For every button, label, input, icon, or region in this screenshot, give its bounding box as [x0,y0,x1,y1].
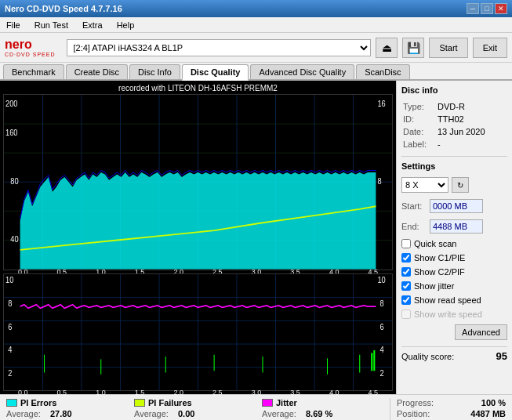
toolbar: nero CD·DVD SPEED [2:4] ATAPI iHAS324 A … [0,33,512,63]
chart-area: recorded with LITEON DH-16AFSH PREMM2 [0,81,396,394]
show-read-speed-checkbox[interactable] [401,295,411,305]
show-c1pie-row: Show C1/PIE [401,253,507,262]
show-c2pif-label[interactable]: Show C2/PIF [414,267,465,277]
id-label: ID: [403,114,436,125]
pi-errors-section: PI Errors Average: 27.80 Maximum: 115 To… [6,398,134,420]
show-read-speed-row: Show read speed [401,295,507,305]
show-write-speed-row: Show write speed [401,310,507,319]
end-label: End: [401,222,427,231]
drive-select[interactable]: [2:4] ATAPI iHAS324 A BL1P [67,39,372,56]
bx-label-1: 0.5 [57,389,67,396]
chart-title: recorded with LITEON DH-16AFSH PREMM2 [3,84,393,92]
start-button[interactable]: Start [429,38,467,58]
save-button[interactable]: 💾 [402,38,424,58]
quick-scan-row: Quick scan [401,239,507,248]
tab-bar: Benchmark Create Disc Disc Info Disc Qua… [0,63,512,81]
minimize-button[interactable]: ─ [467,3,479,14]
speed-select[interactable]: 8 X [401,177,448,193]
chart-top: 200 160 80 40 16 8 0.0 0 [3,94,393,270]
svg-text:10: 10 [5,276,14,285]
show-c2pif-checkbox[interactable] [401,267,411,277]
nero-logo-text: nero [5,38,32,52]
quick-scan-checkbox[interactable] [401,239,411,248]
menu-help[interactable]: Help [114,19,138,31]
pi-errors-header: PI Errors [6,398,134,407]
pi-failures-avg-label: Average: [134,409,175,418]
stats-bar: PI Errors Average: 27.80 Maximum: 115 To… [0,394,512,420]
jitter-avg-value: 8.69 % [306,409,332,418]
position-row: Position: 4487 MB [397,409,506,418]
svg-marker-21 [20,172,376,270]
svg-text:4: 4 [380,346,385,355]
progress-section: Progress: 100 % Position: 4487 MB Speed:… [390,398,506,420]
tab-advanced-disc-quality[interactable]: Advanced Disc Quality [250,64,354,79]
jitter-color-box [262,399,273,407]
svg-text:200: 200 [5,99,18,108]
show-c1pie-checkbox[interactable] [401,253,411,262]
pi-failures-section: PI Failures Average: 0.00 Maximum: 2 Tot… [134,398,262,420]
bx-label-8: 4.0 [329,389,340,396]
jitter-avg-label: Average: [262,409,303,418]
chart-bottom-svg: 10 8 6 4 2 10 8 6 4 2 [4,274,392,390]
advanced-button[interactable]: Advanced [455,324,507,340]
nero-logo-sub: CD·DVD SPEED [5,52,56,57]
tab-create-disc[interactable]: Create Disc [66,64,128,79]
refresh-button[interactable]: ↻ [452,177,469,193]
menu-file[interactable]: File [3,19,24,31]
show-jitter-label[interactable]: Show jitter [414,281,454,291]
maximize-button[interactable]: □ [481,3,493,14]
nero-logo: nero CD·DVD SPEED [5,38,56,57]
bx-label-2: 1.0 [96,389,106,396]
eject-button[interactable]: ⏏ [376,38,398,58]
start-label: Start: [401,201,427,211]
jitter-section: Jitter Average: 8.69 % Maximum: 9.5 % PO… [262,398,390,420]
show-read-speed-label[interactable]: Show read speed [414,295,481,305]
svg-text:8: 8 [377,176,381,186]
disc-info-table: Type: DVD-R ID: TTH02 Date: 13 Jun 2020 … [401,100,507,151]
main-content: recorded with LITEON DH-16AFSH PREMM2 [0,81,512,394]
pi-failures-color-box [134,399,145,407]
tab-disc-info[interactable]: Disc Info [129,64,180,79]
svg-text:6: 6 [8,322,13,331]
date-label: Date: [403,126,436,137]
settings-title: Settings [401,161,507,171]
show-c2pif-row: Show C2/PIF [401,267,507,277]
bx-label-5: 2.5 [212,389,223,396]
exit-button[interactable]: Exit [473,38,507,58]
start-input[interactable] [430,199,483,213]
disc-info-title: Disc info [401,85,507,95]
tab-benchmark[interactable]: Benchmark [3,64,64,79]
bx-label-4: 2.0 [173,389,183,396]
pi-errors-avg-row: Average: 27.80 [6,409,134,418]
show-jitter-checkbox[interactable] [401,281,411,291]
menu-runtest[interactable]: Run Test [31,19,71,31]
progress-label: Progress: [397,398,434,407]
type-label: Type: [403,101,436,112]
pi-errors-color-box [6,399,17,407]
svg-text:8: 8 [8,299,13,308]
titlebar: Nero CD-DVD Speed 4.7.7.16 ─ □ ✕ [0,0,512,17]
menubar: File Run Test Extra Help [0,17,512,33]
end-input[interactable] [430,219,483,234]
chart-bottom: 10 8 6 4 2 10 8 6 4 2 [3,273,393,391]
show-jitter-row: Show jitter [401,281,507,291]
tab-scandisc[interactable]: ScanDisc [356,64,409,79]
pi-errors-title: PI Errors [20,398,56,407]
show-write-speed-checkbox[interactable] [401,310,411,319]
svg-text:160: 160 [5,128,18,137]
close-button[interactable]: ✕ [495,3,507,14]
right-panel: Disc info Type: DVD-R ID: TTH02 Date: 13… [396,81,512,394]
show-c1pie-label[interactable]: Show C1/PIE [414,253,465,262]
speed-row: 8 X ↻ [401,177,507,193]
quality-score-label: Quality score: [401,352,454,361]
menu-extra[interactable]: Extra [79,19,106,31]
pi-errors-avg-label: Average: [6,409,47,418]
svg-text:2: 2 [8,368,12,378]
quality-score-row: Quality score: 95 [401,346,507,362]
disc-label-label: Label: [403,139,436,150]
svg-text:2: 2 [380,368,384,378]
tab-disc-quality[interactable]: Disc Quality [182,64,249,81]
type-value: DVD-R [438,101,506,112]
quick-scan-label[interactable]: Quick scan [414,239,456,248]
window-title: Nero CD-DVD Speed 4.7.7.16 [5,4,122,13]
